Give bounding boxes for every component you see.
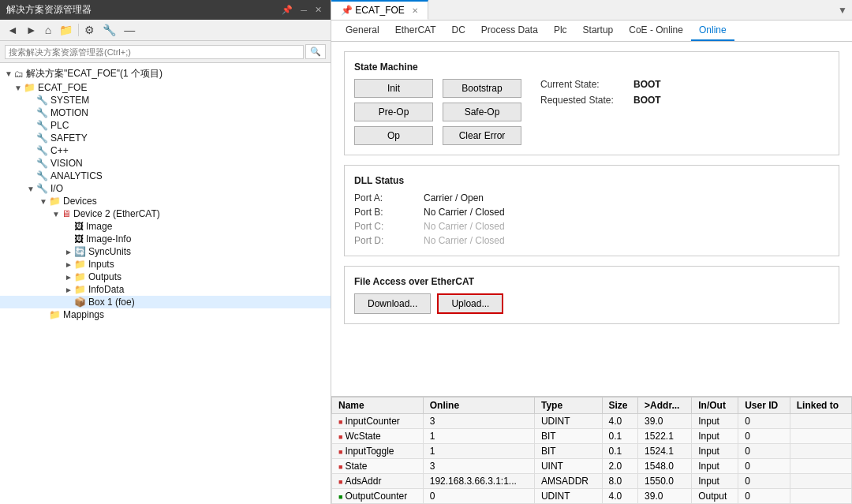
download-button[interactable]: Download... xyxy=(354,293,431,314)
home-button[interactable]: ⌂ xyxy=(43,22,54,38)
vision-icon: 🔧 xyxy=(36,158,48,169)
left-panel: 解决方案资源管理器 📌 ─ ✕ ◄ ► ⌂ 📁 ⚙ 🔧 — 🔍 ▼ 🗂 解决方案… xyxy=(0,0,331,504)
cell-inout: Input xyxy=(692,444,738,459)
io-label: I/O xyxy=(50,183,63,194)
tab-plc[interactable]: Plc xyxy=(546,21,575,41)
forward-button[interactable]: ► xyxy=(24,22,39,38)
expand-inputs[interactable]: ► xyxy=(63,260,74,269)
tree-system[interactable]: 🔧 SYSTEM xyxy=(0,94,331,106)
collapse-button[interactable]: — xyxy=(121,22,137,38)
port-c-label: Port C: xyxy=(354,221,417,232)
requested-state-row: Requested State: BOOT xyxy=(540,95,661,106)
box1-label: Box 1 (foe) xyxy=(88,297,135,308)
tree-cpp[interactable]: 🔧 C++ xyxy=(0,144,331,157)
cell-name: ■State xyxy=(332,459,424,474)
back-button[interactable]: ◄ xyxy=(5,22,21,38)
cell-addr: 1550.0 xyxy=(638,474,692,489)
settings-button[interactable]: ⚙ xyxy=(82,22,97,38)
op-button[interactable]: Op xyxy=(354,126,433,145)
tree-image-info[interactable]: 🖼 Image-Info xyxy=(0,233,331,245)
data-table: Name Online Type Size >Addr... In/Out Us… xyxy=(331,397,852,504)
tree-syncunits[interactable]: ► 🔄 SyncUnits xyxy=(0,245,331,258)
pin-button[interactable]: 📌 xyxy=(279,5,295,15)
ecat-foe-label: ECAT_FOE xyxy=(38,82,87,93)
upload-button[interactable]: Upload... xyxy=(437,293,503,314)
tab-ethercat[interactable]: EtherCAT xyxy=(387,21,444,41)
tree-mappings[interactable]: 📁 Mappings xyxy=(0,308,331,321)
cell-name: ■WcState xyxy=(332,429,424,444)
tree-devices[interactable]: ▼ 📁 Devices xyxy=(0,195,331,207)
tree-io[interactable]: ▼ 🔧 I/O xyxy=(0,182,331,195)
search-button[interactable]: 🔍 xyxy=(305,44,326,59)
state-buttons-grid: Init Bootstrap Pre-Op Safe-Op Op Clear E… xyxy=(354,79,521,145)
port-c-value: No Carrier / Closed xyxy=(424,221,829,232)
close-left-button[interactable]: ✕ xyxy=(312,5,324,15)
expand-outputs[interactable]: ► xyxy=(63,273,74,282)
clear-error-button[interactable]: Clear Error xyxy=(443,126,521,145)
tree-outputs[interactable]: ► 📁 Outputs xyxy=(0,271,331,283)
tree-root[interactable]: ▼ 🗂 解决方案"ECAT_FOE"(1 个项目) xyxy=(0,66,331,81)
expand-root[interactable]: ▼ xyxy=(3,69,14,78)
tree-plc[interactable]: 🔧 PLC xyxy=(0,119,331,132)
tab-close-button[interactable]: ✕ xyxy=(412,6,418,15)
expand-ecat-foe[interactable]: ▼ xyxy=(13,84,24,92)
search-input[interactable] xyxy=(5,45,304,59)
table-row[interactable]: ■AdsAddr 192.168.3.66.3.1:1... AMSADDR 8… xyxy=(332,474,852,489)
bootstrap-button[interactable]: Bootstrap xyxy=(443,79,521,98)
safe-op-button[interactable]: Safe-Op xyxy=(443,103,521,121)
tab-ecat-foe-label: ECAT_FOE xyxy=(355,5,404,16)
tree-motion[interactable]: 🔧 MOTION xyxy=(0,106,331,119)
state-machine-title: State Machine xyxy=(354,62,829,73)
cell-type: BIT xyxy=(534,444,602,459)
init-button[interactable]: Init xyxy=(354,79,433,98)
tree-vision[interactable]: 🔧 VISION xyxy=(0,157,331,170)
expand-devices[interactable]: ▼ xyxy=(38,197,49,206)
expand-syncunits[interactable]: ► xyxy=(63,248,74,256)
inputs-label: Inputs xyxy=(88,259,114,270)
tree-device2[interactable]: ▼ 🖥 Device 2 (EtherCAT) xyxy=(0,207,331,220)
port-d-value: No Carrier / Closed xyxy=(424,235,829,246)
tab-coe-online[interactable]: CoE - Online xyxy=(621,21,691,41)
requested-state-value: BOOT xyxy=(633,95,661,106)
expand-io[interactable]: ▼ xyxy=(25,185,36,193)
safety-icon: 🔧 xyxy=(36,133,48,144)
ecat-foe-icon: 📁 xyxy=(24,82,36,93)
tree-box1[interactable]: 📦 Box 1 (foe) xyxy=(0,296,331,308)
cell-type: AMSADDR xyxy=(534,474,602,489)
tab-startup[interactable]: Startup xyxy=(575,21,622,41)
table-row[interactable]: ■InputCounter 3 UDINT 4.0 39.0 Input 0 xyxy=(332,414,852,429)
current-state-row: Current State: BOOT xyxy=(540,79,661,90)
title-bar: 解决方案资源管理器 📌 ─ ✕ xyxy=(0,0,331,20)
pre-op-button[interactable]: Pre-Op xyxy=(354,103,433,121)
tree-ecat-foe[interactable]: ▼ 📁 ECAT_FOE xyxy=(0,81,331,94)
tree-image[interactable]: 🖼 Image xyxy=(0,220,331,233)
table-row[interactable]: ■InputToggle 1 BIT 0.1 1524.1 Input 0 xyxy=(332,444,852,459)
tree-safety[interactable]: 🔧 SAFETY xyxy=(0,132,331,144)
tab-list-button[interactable]: ▼ xyxy=(838,5,847,16)
tab-general[interactable]: General xyxy=(338,21,387,41)
tab-online[interactable]: Online xyxy=(691,21,734,41)
sm-row: Init Bootstrap Pre-Op Safe-Op Op Clear E… xyxy=(354,79,829,145)
tab-dc[interactable]: DC xyxy=(444,21,473,41)
mappings-icon: 📁 xyxy=(49,309,61,320)
tab-process-data[interactable]: Process Data xyxy=(473,21,546,41)
root-label: 解决方案"ECAT_FOE"(1 个项目) xyxy=(26,67,163,80)
cell-name: ■InputCounter xyxy=(332,414,424,429)
analytics-icon: 🔧 xyxy=(36,170,48,181)
expand-device2[interactable]: ▼ xyxy=(50,210,62,218)
tree-inputs[interactable]: ► 📁 Inputs xyxy=(0,258,331,271)
tree-analytics[interactable]: 🔧 ANALYTICS xyxy=(0,170,331,182)
tab-ecat-foe[interactable]: 📌 ECAT_FOE ✕ xyxy=(331,0,428,20)
table-row[interactable]: ■OutputCounter 0 UDINT 4.0 39.0 Output 0 xyxy=(332,489,852,504)
table-row[interactable]: ■WcState 1 BIT 0.1 1522.1 Input 0 xyxy=(332,429,852,444)
tree-infodata[interactable]: ► 📁 InfoData xyxy=(0,283,331,296)
minimize-button[interactable]: ─ xyxy=(298,5,309,15)
cpp-icon: 🔧 xyxy=(36,145,48,156)
folder-button[interactable]: 📁 xyxy=(57,22,75,38)
cell-userid: 0 xyxy=(738,489,790,504)
plc-label: PLC xyxy=(50,120,69,131)
table-row[interactable]: ■State 3 UINT 2.0 1548.0 Input 0 xyxy=(332,459,852,474)
expand-infodata[interactable]: ► xyxy=(63,286,74,294)
tools-button[interactable]: 🔧 xyxy=(100,22,118,38)
cell-inout: Input xyxy=(692,459,738,474)
